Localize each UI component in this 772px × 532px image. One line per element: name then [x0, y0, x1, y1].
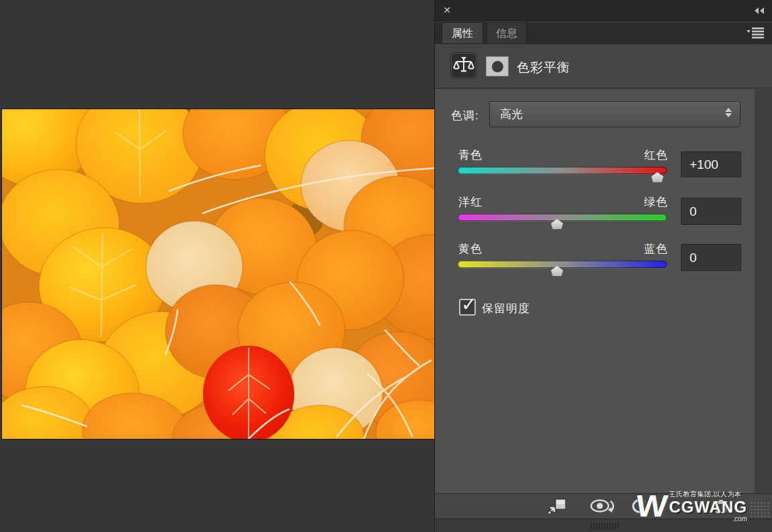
preserve-luminosity-label: 保留明度	[482, 301, 530, 316]
panel-title: 色彩平衡	[517, 59, 570, 76]
adjustment-header: 色彩平衡	[435, 44, 772, 88]
canvas-image	[2, 109, 434, 439]
panel-titlebar: ✕	[435, 0, 772, 21]
tone-label: 色调:	[451, 108, 479, 123]
magenta-green-value[interactable]: 0	[681, 198, 741, 225]
clip-to-layer-icon[interactable]	[548, 498, 568, 515]
yellow-blue-value[interactable]: 0	[681, 244, 741, 271]
tab-info[interactable]: 信息	[487, 22, 527, 44]
yellow-blue-handle[interactable]	[551, 266, 563, 276]
cyan-red-value[interactable]: +100	[681, 151, 741, 178]
tone-select[interactable]: 高光	[490, 102, 740, 127]
panel-footer-toolbar	[435, 493, 772, 518]
reset-adjustment-icon[interactable]	[629, 497, 649, 516]
preserve-luminosity-checkbox[interactable]: ✓	[459, 299, 476, 316]
cyan-red-handle[interactable]	[651, 172, 663, 182]
tab-properties[interactable]: 属性	[442, 22, 483, 44]
green-label: 绿色	[644, 194, 668, 210]
magenta-green-handle[interactable]	[551, 219, 563, 229]
panel-resize-grip[interactable]	[750, 501, 770, 517]
view-previous-state-icon[interactable]	[590, 498, 617, 515]
tone-select-value: 高光	[500, 108, 523, 121]
red-label: 红色	[644, 147, 668, 163]
blue-label: 蓝色	[644, 241, 668, 257]
color-balance-controls: 色调: 高光 青色 红色 +100 洋红 绿色	[435, 89, 772, 493]
panel-drag-dots[interactable]	[590, 523, 620, 529]
panel-tabbar: 属性 信息	[435, 22, 772, 44]
cyan-label: 青色	[458, 147, 482, 163]
dropdown-stepper-icon	[725, 108, 732, 117]
cyan-red-track[interactable]	[458, 167, 667, 174]
magenta-green-track[interactable]	[458, 214, 667, 221]
panel-bottom-bar	[435, 519, 772, 532]
panel-scrollbar-track	[755, 89, 772, 493]
properties-panel: ✕ 属性 信息	[434, 0, 772, 532]
collapse-panel-icon[interactable]	[753, 7, 765, 15]
color-balance-icon	[451, 53, 476, 78]
check-icon: ✓	[461, 293, 476, 316]
photoshop-workspace: ✕ 属性 信息	[0, 0, 772, 532]
close-icon[interactable]: ✕	[441, 4, 453, 16]
magenta-label: 洋红	[458, 194, 482, 210]
yellow-label: 黄色	[458, 241, 482, 257]
delete-adjustment-icon[interactable]	[713, 499, 729, 514]
panel-menu-icon[interactable]	[747, 27, 764, 39]
layer-mask-thumbnail[interactable]	[486, 56, 509, 76]
yellow-blue-track[interactable]	[458, 261, 667, 268]
